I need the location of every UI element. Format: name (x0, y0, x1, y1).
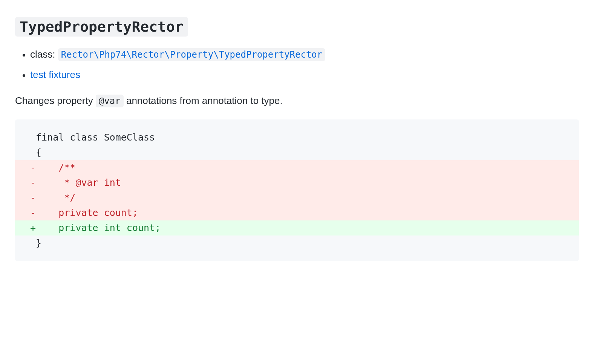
class-link[interactable]: Rector\Php74\Rector\Property\TypedProper… (58, 49, 326, 60)
section-heading: TypedPropertyRector (15, 15, 188, 38)
list-item-class: class: Rector\Php74\Rector\Property\Type… (30, 47, 579, 63)
test-fixtures-link[interactable]: test fixtures (30, 69, 80, 80)
diff-line-ctx: final class SomeClass (15, 130, 579, 145)
diff-line-del: - * @var int (15, 175, 579, 190)
diff-line-add: + private int count; (15, 220, 579, 236)
description-code: @var (96, 95, 124, 107)
diff-code-block: final class SomeClass {- /**- * @var int… (15, 119, 579, 261)
diff-line-del: - private count; (15, 205, 579, 220)
class-path-code: Rector\Php74\Rector\Property\TypedProper… (58, 48, 326, 61)
diff-line-del: - /** (15, 160, 579, 175)
diff-line-ctx: { (15, 145, 579, 160)
class-label: class: (30, 49, 58, 60)
description-before: Changes property (15, 95, 96, 106)
diff-line-ctx: } (15, 236, 579, 251)
heading-code: TypedPropertyRector (15, 17, 188, 37)
description-after: annotations from annotation to type. (124, 95, 283, 106)
diff-line-del: - */ (15, 190, 579, 205)
description-paragraph: Changes property @var annotations from a… (15, 93, 579, 109)
info-list: class: Rector\Php74\Rector\Property\Type… (30, 47, 579, 83)
list-item-fixtures: test fixtures (30, 67, 579, 83)
